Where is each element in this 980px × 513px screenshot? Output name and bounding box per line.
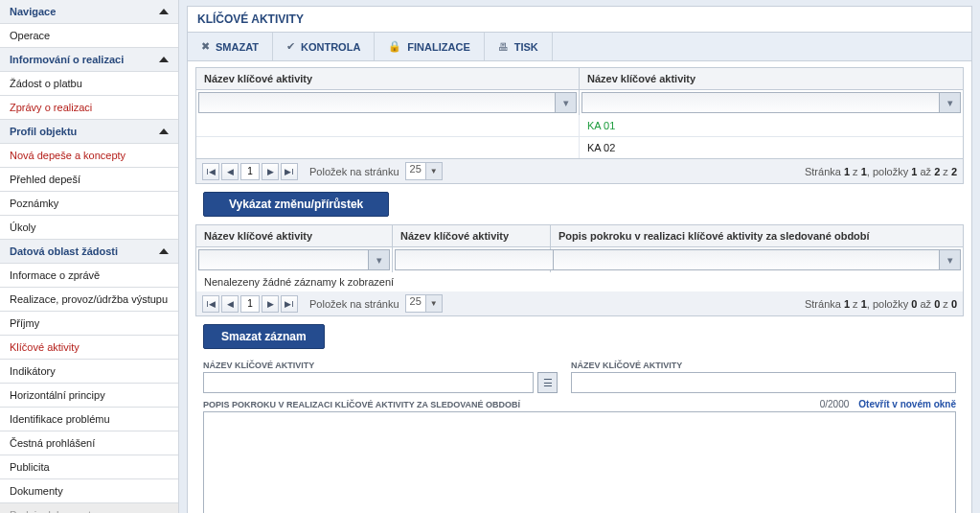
- filter-icon[interactable]: ▾: [369, 249, 390, 270]
- form-label-left: NÁZEV KLÍČOVÉ AKTIVITY: [203, 361, 558, 370]
- grid2-col3[interactable]: Popis pokroku v realizaci klíčové aktivi…: [551, 225, 963, 246]
- pager-next-icon[interactable]: ▶: [262, 295, 279, 313]
- form-label-right: NÁZEV KLÍČOVÉ AKTIVITY: [571, 361, 956, 370]
- chevron-up-icon: [159, 248, 169, 254]
- nazev-aktivity-left-input[interactable]: [203, 372, 534, 393]
- pager-pagesize[interactable]: 25 ▼: [405, 294, 443, 313]
- nav-item-podpis[interactable]: Podpis dokumentu: [0, 503, 178, 513]
- nav-item-label: Úkoly: [10, 222, 36, 233]
- cell: [196, 115, 580, 136]
- grid1-filter1-input[interactable]: [198, 92, 556, 113]
- cell: KA 01: [580, 115, 963, 136]
- nav-section-label: Profil objektu: [10, 126, 77, 137]
- nav-item-informace-zprave[interactable]: Informace o zprávě: [0, 264, 178, 288]
- grid2-header: Název klíčové aktivity Název klíčové akt…: [195, 224, 964, 247]
- finalize-button[interactable]: 🔒 FINALIZACE: [375, 33, 484, 60]
- nav-item-label: Nová depeše a koncepty: [10, 150, 125, 161]
- nav-item-label: Publicita: [10, 461, 50, 473]
- filter-icon[interactable]: ▾: [940, 249, 961, 270]
- pager-items-label: Položek na stránku: [309, 166, 399, 177]
- pager-prev-icon[interactable]: ◀: [221, 163, 239, 180]
- pager-page-input[interactable]: [240, 295, 260, 313]
- nav-section-datova[interactable]: Datová oblast žádosti: [0, 240, 178, 264]
- pager-pagesize-value: 25: [406, 163, 425, 179]
- popis-pokroku-textarea[interactable]: [203, 411, 956, 513]
- vykazat-button[interactable]: Vykázat změnu/přírůstek: [203, 192, 389, 217]
- char-count: 0/2000: [820, 399, 850, 409]
- delete-button[interactable]: ✖ SMAZAT: [188, 33, 273, 60]
- filter-icon[interactable]: ▾: [940, 92, 961, 113]
- nav-item-horizontalni[interactable]: Horizontální principy: [0, 384, 178, 408]
- nav-item-label: Čestná prohlášení: [10, 437, 95, 449]
- nav-section-navigace[interactable]: Navigace: [0, 0, 178, 24]
- table-row[interactable]: KA 01: [196, 115, 963, 136]
- grid1-col1[interactable]: Název klíčové aktivity: [196, 68, 580, 89]
- grid1-header: Název klíčové aktivity Název klíčové akt…: [195, 67, 964, 90]
- nav-item-prijmy[interactable]: Příjmy: [0, 312, 178, 336]
- pager-info: Stránka 1 z 1, položky 1 až 2 z 2: [805, 166, 957, 177]
- open-new-window-link[interactable]: Otevřít v novém okně: [858, 399, 956, 409]
- toolbar: ✖ SMAZAT ✔ KONTROLA 🔒 FINALIZACE 🖶 TISK: [188, 33, 971, 61]
- nav-item-label: Zprávy o realizaci: [10, 102, 92, 113]
- toolbar-label: FINALIZACE: [407, 41, 469, 53]
- chevron-down-icon: ▼: [425, 163, 442, 179]
- smazat-zaznam-button[interactable]: Smazat záznam: [203, 324, 325, 349]
- grid2-filter2-input[interactable]: [395, 249, 558, 270]
- cell: [196, 137, 580, 158]
- grid2-filter3-input[interactable]: [553, 249, 940, 270]
- filter-icon[interactable]: ▾: [556, 92, 577, 113]
- nav-item-label: Dokumenty: [10, 485, 63, 497]
- nav-section-label: Informování o realizaci: [10, 54, 124, 65]
- chevron-up-icon: [159, 57, 169, 62]
- chevron-down-icon: ▼: [425, 295, 442, 312]
- print-button[interactable]: 🖶 TISK: [485, 33, 553, 60]
- grid1-col2[interactable]: Název klíčové aktivity: [580, 68, 963, 89]
- nav-item-realizace[interactable]: Realizace, provoz/údržba výstupu: [0, 288, 178, 312]
- nav-item-zpravy[interactable]: Zprávy o realizaci: [0, 96, 178, 120]
- pager-page-input[interactable]: [240, 163, 260, 180]
- nav-item-poznamky[interactable]: Poznámky: [0, 192, 178, 216]
- nav-item-dokumenty[interactable]: Dokumenty: [0, 479, 178, 503]
- pager-pagesize[interactable]: 25 ▼: [405, 162, 443, 180]
- list-icon[interactable]: ☰: [537, 372, 558, 393]
- check-button[interactable]: ✔ KONTROLA: [273, 33, 375, 60]
- nav-item-zadost[interactable]: Žádost o platbu: [0, 72, 178, 96]
- toolbar-label: KONTROLA: [301, 41, 360, 53]
- grid1-pager: I◀ ◀ ▶ ▶I Položek na stránku 25 ▼ Stránk…: [195, 159, 964, 184]
- nav-item-label: Klíčové aktivity: [10, 341, 80, 353]
- nav-item-indikatory[interactable]: Indikátory: [0, 360, 178, 384]
- pager-prev-icon[interactable]: ◀: [221, 295, 239, 313]
- pager-first-icon[interactable]: I◀: [202, 295, 219, 313]
- toolbar-label: SMAZAT: [216, 41, 259, 53]
- grid2-col2[interactable]: Název klíčové aktivity: [393, 225, 551, 246]
- table-row[interactable]: KA 02: [196, 136, 963, 158]
- grid1-filter2-input[interactable]: [581, 92, 940, 113]
- toolbar-label: TISK: [514, 41, 538, 53]
- cell: KA 02: [580, 137, 963, 158]
- nav-item-label: Operace: [10, 30, 50, 41]
- nav-item-label: Přehled depeší: [10, 174, 80, 185]
- nav-item-nova-depese[interactable]: Nová depeše a koncepty: [0, 144, 178, 168]
- nav-item-publicita[interactable]: Publicita: [0, 455, 178, 479]
- nav-section-profil[interactable]: Profil objektu: [0, 120, 178, 144]
- pager-first-icon[interactable]: I◀: [202, 163, 219, 180]
- pager-last-icon[interactable]: ▶I: [281, 163, 298, 180]
- nav-item-cestna[interactable]: Čestná prohlášení: [0, 431, 178, 455]
- nav-item-ukoly[interactable]: Úkoly: [0, 216, 178, 240]
- grid2-col1[interactable]: Název klíčové aktivity: [196, 225, 393, 246]
- nav-item-label: Informace o zprávě: [10, 269, 100, 281]
- nav-item-klicove-aktivity[interactable]: Klíčové aktivity: [0, 336, 178, 360]
- nav-section-informovani[interactable]: Informování o realizaci: [0, 48, 178, 72]
- pager-next-icon[interactable]: ▶: [262, 163, 279, 180]
- nav-item-label: Příjmy: [10, 317, 39, 329]
- nav-item-label: Poznámky: [10, 198, 58, 209]
- nazev-aktivity-right-input[interactable]: [571, 372, 956, 393]
- pager-last-icon[interactable]: ▶I: [281, 295, 298, 313]
- nav-item-operace[interactable]: Operace: [0, 24, 178, 48]
- pager-info: Stránka 1 z 1, položky 0 až 0 z 0: [805, 298, 957, 310]
- print-icon: 🖶: [498, 41, 509, 53]
- grid2-filter1-input[interactable]: [198, 249, 369, 270]
- nav-item-label: Realizace, provoz/údržba výstupu: [10, 293, 168, 305]
- nav-item-prehled-depesi[interactable]: Přehled depeší: [0, 168, 178, 192]
- nav-item-identifikace[interactable]: Identifikace problému: [0, 408, 178, 431]
